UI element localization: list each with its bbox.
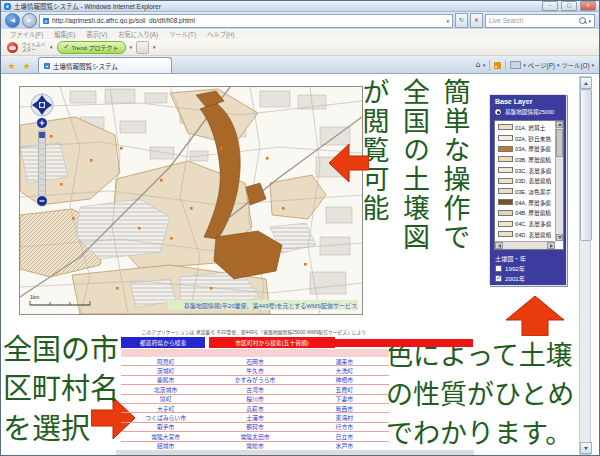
- tab-search-by-city[interactable]: 市区町村から検索(五十音順): [209, 337, 335, 348]
- page-menu-button[interactable]: ページ(P): [528, 61, 555, 70]
- scroll-down-icon[interactable]: [556, 234, 563, 241]
- favorites-star-icon[interactable]: ★: [4, 58, 19, 73]
- close-button[interactable]: ×: [580, 1, 596, 11]
- add-favorite-button[interactable]: ★: [19, 58, 34, 73]
- legend-item[interactable]: 02A, 砂丘未熟: [496, 133, 555, 144]
- zoom-in-button[interactable]: [37, 118, 48, 129]
- menu-item-help[interactable]: ヘルプ(H): [207, 30, 235, 39]
- trend-protect-button[interactable]: ✓ Trend プロテクト: [57, 41, 126, 54]
- municipality-link[interactable]: 大子町: [121, 404, 210, 412]
- refresh-button[interactable]: ↻: [455, 13, 468, 28]
- menu-item-view[interactable]: 表示(V): [86, 30, 107, 39]
- municipality-link[interactable]: 鹿嶋市: [121, 376, 210, 384]
- legend-item[interactable]: 04D, 表層腐植: [496, 229, 555, 240]
- back-button[interactable]: ◀: [5, 13, 20, 28]
- chevron-down-icon[interactable]: ▾: [591, 62, 594, 68]
- menu-item-tools[interactable]: ツール(T): [169, 30, 196, 39]
- legend-item[interactable]: 04C, 表層多腐: [496, 218, 555, 229]
- municipality-link[interactable]: 下妻市: [300, 395, 389, 403]
- municipality-link[interactable]: 常陸大宮市: [121, 432, 210, 440]
- menu-item-edit[interactable]: 編集(E): [54, 30, 75, 39]
- feed-icon[interactable]: [494, 62, 501, 69]
- chevron-down-icon[interactable]: ▾: [588, 18, 591, 24]
- year-checkbox-1992[interactable]: 1992年: [495, 264, 525, 273]
- municipality-link[interactable]: 土浦市: [210, 413, 299, 421]
- municipality-link[interactable]: かすみがうら市: [210, 376, 299, 384]
- antivirus-label[interactable]: ウイルスバスター: [22, 42, 46, 53]
- menu-item-file[interactable]: ファイル(F): [10, 30, 43, 39]
- chevron-down-icon[interactable]: ▾: [50, 44, 53, 50]
- checkbox-icon[interactable]: [495, 275, 502, 282]
- search-input[interactable]: Live Search ▾: [485, 14, 595, 28]
- legend-item[interactable]: 04B, 厚層腐植: [496, 208, 555, 219]
- municipality-link[interactable]: 高萩市: [210, 404, 299, 412]
- year-checkbox-2001[interactable]: 2001年: [495, 274, 525, 283]
- tab-soil-system[interactable]: e 土壌情報閲覧システム: [38, 57, 172, 73]
- municipality-link[interactable]: つくばみらい市: [121, 413, 210, 421]
- tab-search-by-prefecture[interactable]: 都道府県から検索: [121, 337, 205, 348]
- legend-item[interactable]: 03A, 厚層多腐: [496, 143, 555, 154]
- municipality-link[interactable]: 常総市: [210, 442, 299, 450]
- municipality-link[interactable]: 境町: [121, 395, 210, 403]
- municipality-link[interactable]: 五霞町: [300, 385, 389, 393]
- legend-item[interactable]: 03D, 表層腐植: [496, 175, 555, 186]
- tools-menu-button[interactable]: ツール(O): [562, 61, 590, 70]
- table-row: 北茨城市 古河市 五霞町: [121, 385, 389, 394]
- municipality-link[interactable]: 潮来市: [300, 357, 389, 365]
- municipality-link[interactable]: 筑西市: [300, 404, 389, 412]
- scroll-right-icon[interactable]: [547, 242, 555, 249]
- municipality-link[interactable]: 那珂市: [210, 423, 299, 431]
- stop-button[interactable]: ×: [470, 13, 483, 28]
- maximize-button[interactable]: □: [561, 1, 577, 11]
- municipality-link[interactable]: 阿見町: [121, 357, 210, 365]
- municipality-link[interactable]: 大洗町: [300, 366, 389, 374]
- scrollbar-thumb[interactable]: [556, 129, 563, 157]
- legend-item[interactable]: 04A, 厚層多腐: [496, 197, 555, 208]
- zoom-out-button[interactable]: [37, 196, 48, 207]
- minimize-button[interactable]: –: [542, 1, 558, 11]
- legend-item[interactable]: 01A, 岩屑土: [496, 122, 555, 133]
- toolbar-extra-button[interactable]: [136, 41, 149, 54]
- municipality-link[interactable]: 桜川市: [210, 395, 299, 403]
- legend-item[interactable]: 03B, 厚層腐植: [496, 154, 555, 165]
- chevron-down-icon[interactable]: ▾: [523, 62, 526, 68]
- address-field[interactable]: e http://agrimesh.dc.affrc.go.jp/soil_db…: [39, 14, 453, 28]
- municipality-link[interactable]: 日立市: [300, 432, 389, 440]
- municipality-link[interactable]: 古河市: [210, 385, 299, 393]
- chevron-down-icon[interactable]: ▾: [130, 44, 133, 50]
- printer-icon[interactable]: [510, 61, 521, 69]
- scrollbar-thumb[interactable]: [580, 89, 592, 241]
- map-canvas[interactable]: 基盤地図情報(平20業使、第449号)を元とするWMS配信サービス 1km: [20, 87, 362, 314]
- legend-item-label: 04C, 表層多腐: [515, 219, 551, 228]
- chevron-down-icon[interactable]: ▾: [557, 62, 560, 68]
- legend-scrollbar-vertical[interactable]: [555, 121, 563, 241]
- content-scrollbar[interactable]: [579, 76, 591, 455]
- legend-item[interactable]: 03C, 表層多腐: [496, 165, 555, 176]
- municipality-link[interactable]: 石岡市: [210, 357, 299, 365]
- legend-scrollbar-horizontal[interactable]: [495, 241, 555, 249]
- home-icon[interactable]: ⌂: [476, 58, 481, 72]
- scroll-up-icon[interactable]: [556, 121, 563, 128]
- scroll-left-icon[interactable]: [495, 242, 503, 249]
- municipality-link[interactable]: 北茨城市: [121, 385, 210, 393]
- municipality-link[interactable]: 水戸市: [300, 442, 389, 450]
- chevron-down-icon[interactable]: ▾: [483, 62, 486, 68]
- map-viewport[interactable]: 基盤地図情報(平20業使、第449号)を元とするWMS配信サービス 1km: [19, 86, 363, 315]
- municipality-link[interactable]: 常陸太田市: [210, 432, 299, 440]
- zoom-slider[interactable]: [39, 131, 46, 195]
- municipality-link[interactable]: 東海村: [300, 413, 389, 421]
- menu-item-favorites[interactable]: お気に入り(A): [118, 30, 158, 39]
- municipality-link[interactable]: 行方市: [300, 423, 389, 431]
- checkbox-icon[interactable]: [495, 265, 502, 272]
- municipality-link[interactable]: 結城市: [121, 442, 210, 450]
- municipality-link[interactable]: 神栖市: [300, 376, 389, 384]
- forward-button[interactable]: ▶: [22, 13, 37, 28]
- scroll-up-icon[interactable]: [580, 77, 592, 89]
- chevron-down-icon[interactable]: ▾: [153, 44, 156, 50]
- scroll-down-icon[interactable]: [580, 442, 592, 454]
- municipality-link[interactable]: 牛久市: [210, 366, 299, 374]
- municipality-link[interactable]: 取手市: [121, 423, 210, 431]
- base-layer-radio[interactable]: 基盤地図情報25000: [494, 108, 554, 116]
- municipality-link[interactable]: 茨城町: [121, 366, 210, 374]
- legend-item[interactable]: 03E, 淡色黒ボ: [496, 186, 555, 197]
